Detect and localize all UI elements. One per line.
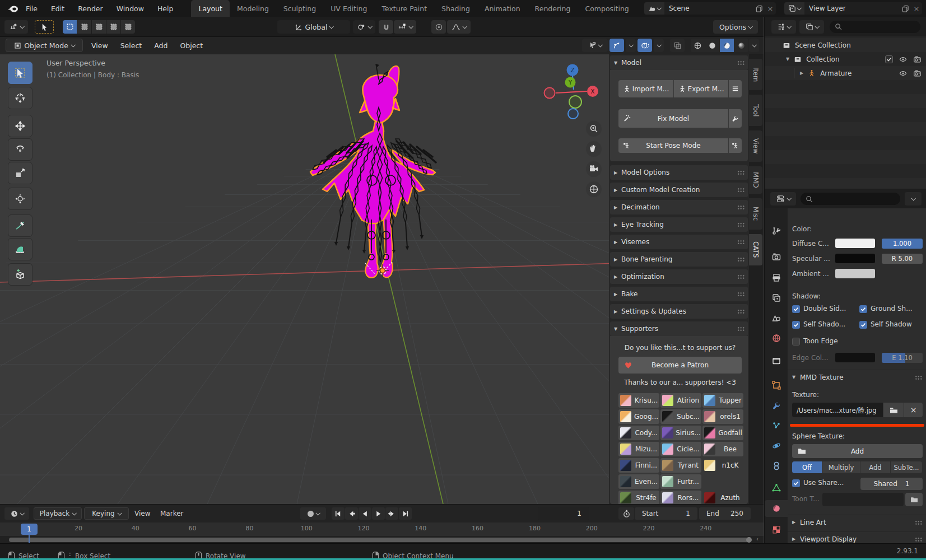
patron-cicie[interactable]: Cicie...: [660, 442, 701, 456]
properties-tab-modifier[interactable]: [765, 397, 788, 414]
patron-furtr[interactable]: Furtr...: [660, 474, 701, 489]
properties-tab-object[interactable]: [765, 377, 788, 394]
timeline-editor-dropdown[interactable]: [4, 507, 29, 520]
timeline-ruler[interactable]: 204060801001201401601802002202401: [0, 522, 764, 536]
timeline-scrollbar[interactable]: [9, 538, 751, 542]
drag-dots[interactable]: [737, 60, 744, 65]
specular-strength-field[interactable]: R 5.00: [882, 254, 923, 264]
blend-mode-off[interactable]: Off: [792, 461, 822, 473]
marker-menu[interactable]: Marker: [160, 507, 183, 520]
shading-dropdown[interactable]: [749, 39, 759, 52]
expand-icon[interactable]: ▼: [786, 57, 789, 62]
playback-menu[interactable]: Playback: [34, 507, 82, 520]
toon-texture-field[interactable]: [822, 493, 904, 506]
outliner-label[interactable]: Scene Collection: [795, 41, 851, 49]
section-mmd-texture[interactable]: ▼MMD Texture: [788, 370, 926, 384]
editor-type-dropdown[interactable]: [4, 20, 28, 34]
section-optimization[interactable]: ▶Optimization: [610, 269, 748, 284]
copy-icon[interactable]: [900, 5, 911, 12]
drag-dots[interactable]: [737, 309, 744, 314]
disable-render-camera-icon[interactable]: [913, 55, 922, 63]
overlays-dropdown[interactable]: [654, 39, 664, 52]
properties-options-dropdown[interactable]: [905, 192, 922, 206]
drag-dots[interactable]: [737, 257, 744, 262]
toon-browse-button[interactable]: [905, 493, 923, 506]
proportional-editing-toggle[interactable]: [431, 20, 446, 34]
patron-mizu[interactable]: Mizu...: [618, 442, 659, 456]
current-frame-field[interactable]: 1: [538, 507, 589, 520]
section-bake[interactable]: ▶Bake: [610, 287, 748, 301]
drag-dots[interactable]: [737, 170, 744, 175]
properties-tab-particles[interactable]: [765, 417, 788, 434]
scene-selector[interactable]: Scene ×: [644, 2, 776, 15]
sphere-add-button[interactable]: Add: [792, 444, 923, 458]
become-patron-button[interactable]: Become a Patron: [618, 357, 742, 374]
fix-model-button[interactable]: Fix Model: [618, 109, 728, 128]
drag-dots[interactable]: [737, 240, 744, 244]
menu-window[interactable]: Window: [110, 4, 151, 13]
playback-prev-key-button[interactable]: [345, 507, 358, 520]
import-model-button[interactable]: Import M...: [618, 80, 673, 97]
sidebar-tab-item[interactable]: Item: [749, 59, 762, 90]
tool-select[interactable]: [8, 62, 32, 84]
nav-camera-view-button[interactable]: [586, 161, 602, 177]
blend-mode-subte[interactable]: SubTe...: [891, 461, 922, 473]
texture-browse-button[interactable]: [883, 403, 904, 417]
drag-dots[interactable]: [737, 222, 744, 227]
section-decimation[interactable]: ▶Decimation: [610, 200, 748, 214]
sidebar-tab-cats[interactable]: CATS: [749, 234, 762, 265]
expand-icon[interactable]: ▶: [800, 71, 803, 76]
start-frame-field[interactable]: Start1: [635, 507, 697, 520]
patron-finni[interactable]: Finni...: [618, 458, 659, 473]
tool-add-cube[interactable]: [8, 263, 32, 286]
drag-dots[interactable]: [737, 326, 744, 331]
patron-tupper[interactable]: Tupper: [702, 393, 743, 408]
properties-tab-data[interactable]: [765, 479, 788, 496]
outliner-row-scene-collection[interactable]: Scene Collection: [765, 38, 926, 52]
checkbox-use-shared[interactable]: [792, 479, 800, 487]
viewport-menu-select[interactable]: Select: [114, 41, 148, 50]
patron-cody[interactable]: Cody...: [618, 426, 659, 440]
patron-azuth[interactable]: Azuth: [702, 491, 743, 504]
view-menu[interactable]: View: [134, 507, 150, 520]
mode-dropdown[interactable]: Object Mode: [6, 39, 83, 52]
properties-tab-constraint[interactable]: [765, 458, 788, 474]
patron-sirius[interactable]: Sirius...: [660, 426, 701, 440]
end-frame-field[interactable]: End250: [699, 507, 751, 520]
drag-dots[interactable]: [737, 274, 744, 279]
outliner-filter-dropdown[interactable]: [771, 20, 796, 34]
checkbox-self-shado-[interactable]: [792, 321, 800, 329]
section-model[interactable]: ▼ Model: [610, 55, 748, 70]
nav-ortho-toggle-button[interactable]: [586, 181, 602, 197]
shading-material-button[interactable]: [720, 39, 734, 52]
section-model-options[interactable]: ▶Model Options: [610, 165, 748, 180]
properties-search-input[interactable]: [801, 193, 900, 205]
view-layer-icon[interactable]: [784, 2, 804, 15]
outliner-search-input[interactable]: [830, 21, 920, 33]
blend-mode-multiply[interactable]: Multiply: [822, 461, 860, 473]
tool-measure[interactable]: [8, 238, 32, 260]
keying-menu[interactable]: Keying: [84, 507, 129, 520]
drag-dots[interactable]: [737, 292, 744, 296]
menu-edit[interactable]: Edit: [44, 4, 71, 13]
outliner-label[interactable]: Armature: [820, 69, 851, 77]
snap-target-dropdown[interactable]: [353, 20, 375, 34]
properties-tab-texture[interactable]: [765, 521, 788, 538]
patron-tyrant[interactable]: Tyrant: [660, 458, 701, 473]
sidebar-tab-misc[interactable]: Misc: [749, 198, 762, 230]
collection-checkbox[interactable]: [885, 55, 893, 63]
section-eye-tracking[interactable]: ▶Eye Tracking: [610, 217, 748, 232]
playback-jump-end-button[interactable]: [399, 507, 412, 520]
view-layer-selector[interactable]: View Layer ×: [784, 2, 922, 15]
outliner-display-mode-dropdown[interactable]: [799, 20, 824, 34]
start-pose-mode-button[interactable]: Start Pose Mode: [618, 138, 728, 153]
playback-play-back-button[interactable]: [359, 507, 371, 520]
patron-atirion[interactable]: Atirion: [660, 393, 701, 408]
blend-mode-add[interactable]: Add: [860, 461, 890, 473]
collapse-arrow[interactable]: ‹: [756, 536, 759, 542]
outliner-label[interactable]: Collection: [806, 55, 839, 63]
patron-rors[interactable]: Rors...: [660, 491, 701, 504]
hide-eye-icon[interactable]: [899, 69, 908, 77]
viewport-menu-add[interactable]: Add: [148, 41, 174, 50]
properties-filter-dropdown[interactable]: [770, 192, 796, 206]
